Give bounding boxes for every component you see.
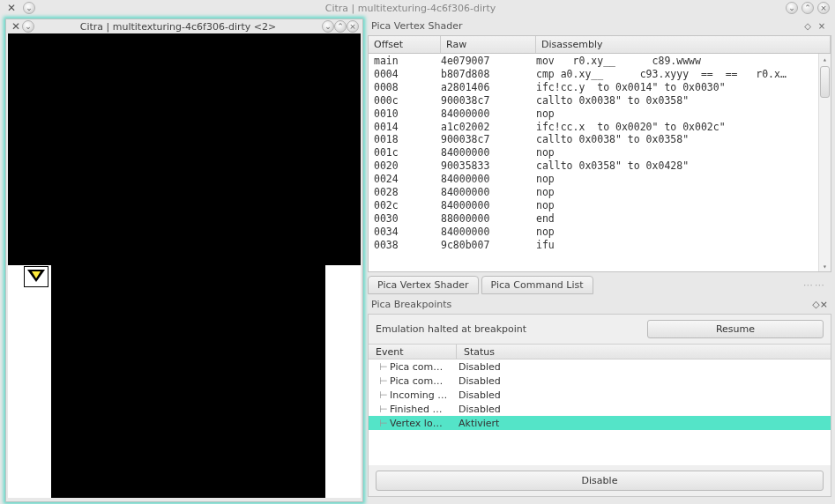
shader-row[interactable]: 0014a1c02002ifc!cc.x to 0x0020" to 0x002… — [369, 121, 818, 134]
close-button[interactable]: × — [347, 20, 359, 33]
shader-row[interactable]: 002c84000000nop — [369, 199, 818, 212]
shader-row[interactable]: 003484000000nop — [369, 226, 818, 239]
shader-row[interactable]: 003088000000end — [369, 212, 818, 226]
breakpoints-header: Pica Breakpoints ◇ × — [368, 294, 831, 314]
breakpoint-row[interactable]: ⊢Pica com…Disabled — [369, 374, 831, 388]
shader-row[interactable]: 00389c80b007ifu — [369, 239, 818, 252]
shader-panel: Offset Raw Disassembly main4e079007mov r… — [368, 35, 831, 272]
disable-button[interactable]: Disable — [376, 471, 824, 491]
shader-row[interactable]: 0004b807d808cmp a0.xy__ c93.xyyy == == r… — [369, 68, 818, 81]
breakpoints-list[interactable]: ⊢Pica com…Disabled⊢Pica com…Disabled⊢Inc… — [369, 359, 831, 465]
main-window-title: Citra | multitexturing-4c6f306-dirty — [35, 3, 786, 14]
dock-grip-icon[interactable]: ⋯⋯ — [803, 279, 826, 291]
close-button[interactable]: × — [817, 2, 830, 14]
col-status[interactable]: Status — [457, 345, 831, 359]
app-x-icon: ✕ — [5, 2, 18, 14]
col-raw[interactable]: Raw — [441, 36, 536, 53]
shader-body[interactable]: main4e079007mov r0.xy__ c89.wwww0004b807… — [369, 54, 831, 271]
shader-columns: Offset Raw Disassembly — [369, 36, 831, 54]
scroll-down-icon[interactable]: ▾ — [819, 261, 831, 271]
scroll-up-icon[interactable]: ▴ — [819, 54, 831, 64]
shader-row[interactable]: 0018900038c7callto 0x0038" to 0x0358" — [369, 133, 818, 146]
main-titlebar: ✕ ⌄ Citra | multitexturing-4c6f306-dirty… — [0, 0, 835, 16]
scrollbar[interactable]: ▴ ▾ — [818, 54, 831, 271]
resume-button[interactable]: Resume — [647, 320, 824, 338]
emulator-viewport[interactable] — [8, 33, 361, 498]
right-pane: Pica Vertex Shader ◇ × Offset Raw Disass… — [368, 16, 831, 497]
breakpoint-row[interactable]: ⊢Vertex lo…Aktiviert — [369, 416, 831, 430]
shader-row[interactable]: 002884000000nop — [369, 186, 818, 199]
maximize-button[interactable]: ⌃ — [334, 20, 347, 33]
shader-row[interactable]: main4e079007mov r0.xy__ c89.wwww — [369, 55, 818, 68]
breakpoint-row[interactable]: ⊢Finished …Disabled — [369, 402, 831, 416]
shader-row[interactable]: 0008a2801406ifc!cc.y to 0x0014" to 0x003… — [369, 81, 818, 94]
minimize-button[interactable]: ⌄ — [322, 20, 334, 33]
col-offset[interactable]: Offset — [369, 36, 441, 53]
app-x-icon: ✕ — [10, 20, 22, 33]
child-window-title: Citra | multitexturing-4c6f306-dirty <2> — [34, 21, 322, 33]
titlebar-button[interactable]: ⌄ — [22, 20, 34, 33]
scroll-thumb[interactable] — [820, 66, 830, 98]
close-icon[interactable]: × — [820, 299, 828, 310]
col-disassembly[interactable]: Disassembly — [536, 36, 831, 53]
close-icon[interactable]: × — [816, 19, 828, 32]
minimize-button[interactable]: ⌄ — [786, 2, 798, 14]
maximize-button[interactable]: ⌃ — [801, 2, 814, 14]
breakpoints-columns: Event Status — [369, 344, 831, 359]
breakpoint-row[interactable]: ⊢Pica com…Disabled — [369, 359, 831, 374]
shader-panel-title: Pica Vertex Shader — [371, 20, 800, 32]
titlebar-button[interactable]: ⌄ — [23, 2, 35, 14]
breakpoints-title: Pica Breakpoints — [371, 299, 812, 310]
child-titlebar: ✕ ⌄ Citra | multitexturing-4c6f306-dirty… — [6, 19, 362, 33]
shader-row[interactable]: 000c900038c7callto 0x0038" to 0x0358" — [369, 94, 818, 107]
pin-icon[interactable]: ◇ — [801, 19, 814, 32]
shader-row[interactable]: 002090035833callto 0x0358" to 0x0428" — [369, 159, 818, 173]
main-area: ✕ ⌄ Citra | multitexturing-4c6f306-dirty… — [0, 16, 835, 504]
shader-row[interactable]: 002484000000nop — [369, 173, 818, 186]
pin-icon[interactable]: ◇ — [812, 299, 819, 310]
child-window: ✕ ⌄ Citra | multitexturing-4c6f306-dirty… — [5, 19, 363, 502]
shader-row[interactable]: 001c84000000nop — [369, 146, 818, 159]
breakpoint-row[interactable]: ⊢Incoming …Disabled — [369, 388, 831, 402]
shader-panel-header: Pica Vertex Shader ◇ × — [368, 16, 831, 35]
tab-command-list[interactable]: Pica Command List — [481, 276, 593, 294]
sprite-icon — [24, 266, 48, 287]
col-event[interactable]: Event — [369, 345, 457, 359]
shader-row[interactable]: 001084000000nop — [369, 107, 818, 121]
halt-message: Emulation halted at breakpoint — [376, 323, 640, 335]
tab-row: Pica Vertex Shader Pica Command List ⋯⋯ — [368, 272, 831, 294]
breakpoints-panel: Emulation halted at breakpoint Resume Ev… — [368, 314, 831, 497]
tab-vertex-shader[interactable]: Pica Vertex Shader — [368, 276, 479, 294]
